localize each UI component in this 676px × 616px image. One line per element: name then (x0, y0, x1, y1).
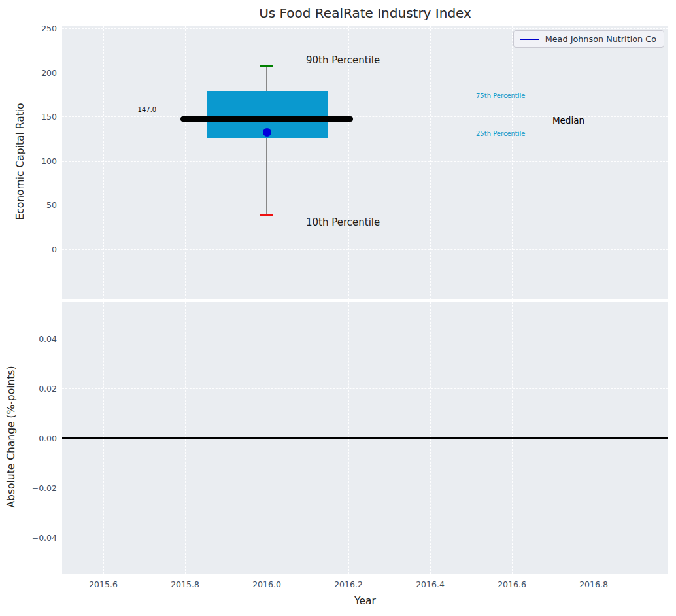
x-tick-label: 2015.6 (89, 579, 118, 589)
figure: Us Food RealRate Industry Index Economic… (0, 0, 676, 616)
gridline-horizontal (62, 205, 668, 205)
annotation-median: Median (552, 115, 584, 126)
y-tick-label: 0 (11, 244, 57, 254)
y-tick-label: 150 (11, 112, 57, 122)
y-tick-label: 0.00 (11, 434, 57, 443)
x-tick-label: 2016.8 (579, 579, 608, 589)
x-axis-label: Year (62, 595, 668, 607)
gridline-horizontal (62, 488, 668, 488)
chart-title: Us Food RealRate Industry Index (62, 5, 668, 21)
y-tick-label: 200 (11, 67, 57, 77)
median-line (180, 116, 353, 122)
legend-line-sample (520, 39, 539, 40)
gridline-vertical (512, 26, 513, 299)
gridline-vertical (103, 26, 104, 299)
annotation-25th-percentile: 25th Percentile (476, 129, 526, 137)
y-tick-label: 0.02 (11, 383, 57, 393)
p90-cap (260, 65, 273, 67)
whisker-line (266, 66, 267, 215)
gridline-horizontal (62, 73, 668, 73)
gridline-vertical (430, 26, 431, 299)
legend-label: Mead Johnson Nutrition Co (545, 34, 656, 44)
x-tick-label: 2016.0 (252, 579, 281, 589)
gridline-horizontal (62, 388, 668, 389)
y-tick-label: −0.04 (11, 533, 57, 543)
annotation-147-0: 147.0 (138, 106, 157, 113)
gridline-horizontal (62, 161, 668, 162)
annotation-75th-percentile: 75th Percentile (476, 92, 526, 99)
gridline-horizontal (62, 249, 668, 250)
p10-cap (260, 214, 273, 216)
x-tick-label: 2015.8 (171, 579, 199, 589)
annotation-90th-percentile: 90th Percentile (306, 54, 380, 66)
y-tick-label: 250 (11, 23, 57, 33)
gridline-vertical (594, 26, 594, 299)
axes-economic-capital-ratio (62, 26, 668, 299)
annotation-10th-percentile: 10th Percentile (306, 216, 380, 228)
zero-line (62, 437, 668, 439)
company-point (263, 128, 271, 137)
y-tick-label: 0.04 (11, 334, 57, 343)
gridline-horizontal (62, 28, 668, 29)
gridline-horizontal (62, 339, 668, 339)
y-tick-label: 100 (11, 156, 57, 165)
gridline-horizontal (62, 538, 668, 538)
gridline-vertical (185, 26, 186, 299)
y-tick-label: 50 (11, 200, 57, 210)
x-tick-label: 2016.2 (334, 579, 363, 589)
y-tick-label: −0.02 (11, 483, 57, 493)
gridline-vertical (348, 26, 349, 299)
x-tick-label: 2016.6 (498, 579, 526, 589)
legend: Mead Johnson Nutrition Co (513, 30, 664, 48)
x-tick-label: 2016.4 (416, 579, 445, 589)
